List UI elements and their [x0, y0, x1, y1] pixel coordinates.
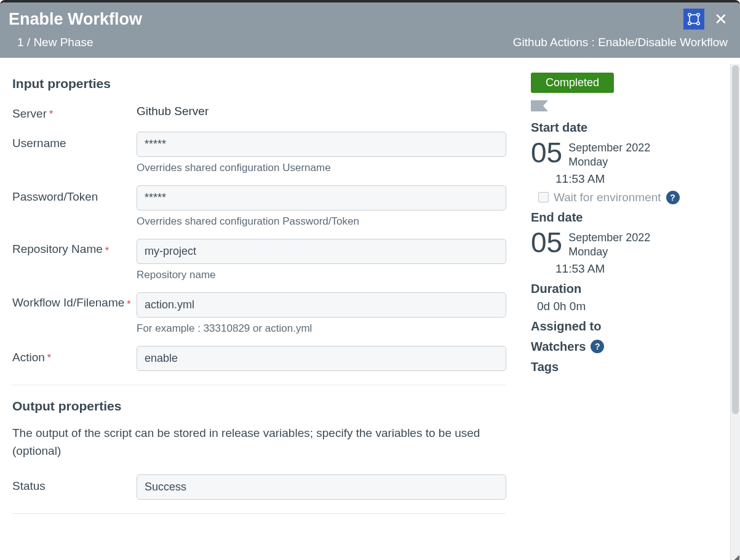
- status-input[interactable]: [137, 474, 506, 500]
- resize-handle-icon[interactable]: ◢: [731, 553, 739, 560]
- end-date-heading: End date: [531, 210, 728, 225]
- status-label: Status: [12, 474, 137, 493]
- repository-input[interactable]: [137, 239, 506, 264]
- scrollbar[interactable]: [730, 64, 740, 560]
- end-month-year: September 2022: [568, 231, 650, 245]
- phase-label: 1 / New Phase: [9, 36, 93, 49]
- start-month-year: September 2022: [568, 141, 650, 155]
- action-select[interactable]: [137, 346, 506, 371]
- password-input[interactable]: [137, 185, 506, 210]
- input-properties-heading: Input properties: [12, 76, 506, 91]
- start-date-heading: Start date: [531, 121, 728, 135]
- workflow-logo-icon: [683, 9, 704, 30]
- help-icon[interactable]: ?: [591, 340, 604, 353]
- end-date-block: 05 September 2022 Monday: [531, 228, 728, 260]
- wait-env-label: Wait for environment: [554, 191, 661, 204]
- repository-help: Repository name: [137, 269, 506, 281]
- svg-point-3: [697, 22, 699, 25]
- start-date-block: 05 September 2022 Monday: [531, 138, 728, 170]
- start-day: 05: [531, 138, 562, 167]
- divider: [12, 513, 506, 514]
- end-day: 05: [531, 228, 562, 257]
- svg-point-2: [688, 22, 691, 25]
- username-help: Overrides shared configuration Username: [137, 162, 506, 174]
- end-time: 11:53 AM: [555, 262, 728, 276]
- watchers-heading: Watchers ?: [531, 340, 728, 354]
- workflow-label: Workflow Id/Filename*: [12, 292, 137, 311]
- output-properties-heading: Output properties: [12, 399, 506, 414]
- flag-icon: [531, 100, 728, 114]
- start-time: 11:53 AM: [555, 172, 728, 186]
- close-icon[interactable]: ✕: [714, 11, 728, 27]
- divider: [12, 385, 506, 385]
- server-value: Github Server: [137, 102, 506, 118]
- modal-title: Enable Workflow: [9, 10, 142, 29]
- action-label: Action*: [12, 346, 137, 364]
- help-icon[interactable]: ?: [666, 191, 680, 204]
- status-badge: Completed: [531, 73, 614, 93]
- workflow-input[interactable]: [137, 292, 506, 318]
- workflow-help: For example : 33310829 or action.yml: [137, 322, 506, 335]
- duration-heading: Duration: [531, 282, 728, 296]
- end-weekday: Monday: [568, 245, 650, 259]
- assigned-to-heading: Assigned to: [531, 319, 728, 334]
- main-panel: Input properties Server* Github Server U…: [0, 58, 519, 556]
- svg-point-1: [697, 14, 699, 16]
- password-help: Overrides shared configuration Password/…: [137, 215, 506, 228]
- scrollbar-thumb[interactable]: [732, 65, 739, 414]
- duration-value: 0d 0h 0m: [537, 300, 728, 313]
- modal-header: Enable Workflow ✕ 1 / New Phase Github A…: [0, 2, 740, 58]
- sidebar-panel: Completed Start date 05 September 2022 M…: [519, 58, 740, 556]
- username-label: Username: [12, 132, 137, 150]
- password-label: Password/Token: [12, 185, 137, 204]
- repository-label: Repository Name*: [12, 239, 137, 258]
- task-type-label: Github Actions : Enable/Disable Workflow: [513, 36, 728, 49]
- tags-heading: Tags: [531, 360, 728, 374]
- server-label: Server*: [12, 102, 137, 121]
- output-description: The output of the script can be stored i…: [12, 425, 506, 460]
- svg-point-0: [688, 14, 691, 16]
- username-input[interactable]: [137, 132, 506, 157]
- wait-env-checkbox[interactable]: [538, 192, 549, 202]
- start-weekday: Monday: [568, 155, 650, 169]
